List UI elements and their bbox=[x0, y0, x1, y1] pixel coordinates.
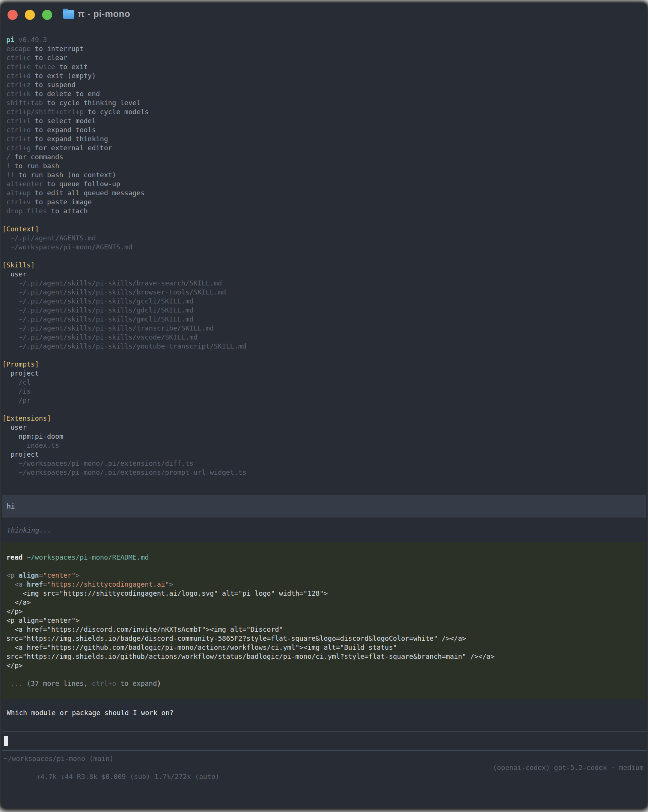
log-line: ctrl+t to expand thinking bbox=[2, 134, 647, 143]
assistant-message-text: Which module or package should I work on… bbox=[2, 708, 647, 717]
log-line: [Skills] bbox=[2, 261, 647, 270]
log-line: project bbox=[2, 369, 647, 378]
log-line: [Extensions] bbox=[2, 414, 647, 423]
log-line: ~/workspaces/pi-mono/.pi/extensions/diff… bbox=[2, 459, 647, 468]
tool-output-line: </a> bbox=[6, 598, 646, 607]
statusbar-model: (openai-codex) gpt-5.2-codex · medium bbox=[493, 763, 643, 772]
tool-output-line: src="https://img.shields.io/github/actio… bbox=[6, 652, 646, 661]
close-button-icon[interactable] bbox=[8, 10, 18, 20]
log-line: project bbox=[2, 450, 647, 459]
log-line: /is bbox=[2, 387, 647, 396]
user-message-panel: hi bbox=[2, 495, 646, 517]
tool-output-line: </p> bbox=[6, 607, 646, 616]
log-line: ~/.pi/agent/skills/pi-skills/vscode/SKIL… bbox=[2, 333, 647, 342]
log-line: ctrl+g for external editor bbox=[2, 143, 647, 153]
log-line: alt+enter to queue follow-up bbox=[2, 180, 647, 189]
log-line: ~/.pi/agent/skills/pi-skills/browser-too… bbox=[2, 288, 647, 297]
log-line: ctrl+l to select model bbox=[2, 116, 647, 125]
log-line: ctrl+z to suspend bbox=[2, 80, 647, 89]
log-line: ~/.pi/agent/skills/pi-skills/transcribe/… bbox=[2, 324, 647, 333]
log-line: ~/workspaces/pi-mono/.pi/extensions/prom… bbox=[2, 468, 647, 477]
log-line: ~/.pi/agent/skills/pi-skills/gdcli/SKILL… bbox=[2, 306, 647, 315]
statusbar-metrics: ↑4.7k ↓44 R3.8k $0.009 (sub) 1.7%/272k (… bbox=[4, 763, 647, 772]
log-line: ctrl+p/shift+ctrl+p to cycle models bbox=[2, 107, 647, 116]
tool-output-line: <img src="https://shittycodingagent.ai/l… bbox=[6, 589, 646, 598]
log-line: !! to run bash (no context) bbox=[2, 171, 647, 180]
tool-output-line bbox=[6, 562, 646, 571]
titlebar: π - pi-mono bbox=[1, 3, 647, 24]
log-line: ~/.pi/agent/skills/pi-skills/youtube-tra… bbox=[2, 342, 647, 351]
tool-output-line: read ~/workspaces/pi-mono/README.md bbox=[6, 553, 646, 562]
log-line: ctrl+d to exit (empty) bbox=[2, 71, 647, 80]
log-line bbox=[2, 351, 647, 360]
terminal-window: π - pi-mono pi v0.49.3 escape to interru… bbox=[1, 3, 647, 808]
window-title: π - pi-mono bbox=[78, 9, 130, 19]
log-line: ctrl+v to paste image bbox=[2, 198, 647, 206]
tool-output-line: <p align="center"> bbox=[6, 616, 646, 625]
log-line: ctrl+k to delete to end bbox=[2, 89, 647, 98]
statusbar-usage: ↑4.7k ↓44 R3.8k $0.009 (sub) 1.7%/272k (… bbox=[37, 772, 220, 780]
prompt-input[interactable] bbox=[2, 732, 647, 750]
log-line: shift+tab to cycle thinking level bbox=[2, 98, 647, 107]
log-line: alt+up to edit all queued messages bbox=[2, 189, 647, 198]
log-line: drop files to attach bbox=[2, 206, 647, 215]
tool-output-line: <a href="https://github.com/badlogic/pi-… bbox=[6, 643, 646, 652]
log-line: ctrl+c to clear bbox=[2, 53, 647, 63]
tool-output-line bbox=[6, 670, 646, 679]
log-line: ctrl+o to expand tools bbox=[2, 125, 647, 134]
tool-output-line: <a href="https://shittycodingagent.ai"> bbox=[6, 580, 646, 589]
log-line: index.ts bbox=[2, 441, 647, 450]
tool-output-line: <p align="center"> bbox=[6, 571, 646, 580]
log-line: / for commands bbox=[2, 153, 647, 162]
log-line: [Prompts] bbox=[2, 360, 647, 369]
log-line: pi v0.49.3 bbox=[2, 35, 647, 44]
terminal-content: pi v0.49.3 escape to interrupt ctrl+c to… bbox=[1, 24, 647, 772]
startup-log: pi v0.49.3 escape to interrupt ctrl+c to… bbox=[2, 35, 647, 477]
log-line bbox=[2, 405, 647, 414]
log-line: user bbox=[2, 270, 647, 279]
log-line: /cl bbox=[2, 378, 647, 387]
tool-output-line: src="https://img.shields.io/badge/discor… bbox=[6, 634, 646, 643]
log-line: ~/.pi/agent/skills/pi-skills/gccli/SKILL… bbox=[2, 297, 647, 306]
tool-output-line: </p> bbox=[6, 661, 646, 670]
thinking-status: Thinking... bbox=[2, 526, 647, 535]
log-line: [Context] bbox=[2, 224, 647, 234]
tool-call-panel: read ~/workspaces/pi-mono/README.md <p a… bbox=[2, 542, 646, 699]
log-line bbox=[2, 215, 647, 224]
log-line: ~/.pi/agent/skills/pi-skills/brave-searc… bbox=[2, 279, 647, 288]
text-cursor bbox=[4, 736, 8, 746]
minimize-button-icon[interactable] bbox=[25, 10, 35, 20]
statusbar-cwd: ~/workspaces/pi-mono (main) bbox=[4, 754, 647, 763]
user-message-text: hi bbox=[7, 502, 646, 511]
log-line: escape to interrupt bbox=[2, 44, 647, 53]
log-line: ctrl+c twice to exit bbox=[2, 63, 647, 71]
tool-output-line: <a href="https://discord.com/invite/nKXT… bbox=[6, 625, 646, 634]
log-line bbox=[2, 252, 647, 261]
log-line: ~/workspaces/pi-mono/AGENTS.md bbox=[2, 243, 647, 252]
log-line: ! to run bash bbox=[2, 162, 647, 171]
tool-output-line: ... (37 more lines, ctrl+o to expand) bbox=[6, 679, 646, 688]
statusbar: ~/workspaces/pi-mono (main) ↑4.7k ↓44 R3… bbox=[2, 750, 647, 772]
log-line: user bbox=[2, 423, 647, 432]
log-line: ~/.pi/agent/skills/pi-skills/gmcli/SKILL… bbox=[2, 315, 647, 324]
log-line: npm:pi-doom bbox=[2, 432, 647, 441]
folder-icon bbox=[63, 10, 74, 19]
zoom-button-icon[interactable] bbox=[42, 10, 52, 20]
log-line: /pr bbox=[2, 396, 647, 405]
log-line: ~/.pi/agent/AGENTS.md bbox=[2, 234, 647, 243]
